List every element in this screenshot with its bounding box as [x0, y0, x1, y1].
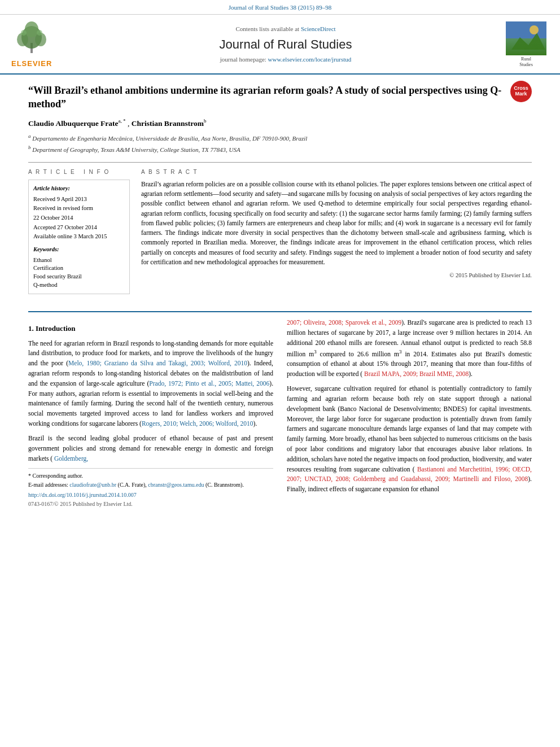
body-right-para2: However, sugarcane cultivation required … [287, 384, 532, 495]
journal-citation: Journal of Rural Studies 38 (2015) 89–98 [229, 4, 332, 11]
author1-sup: a, * [119, 118, 126, 124]
affil-a-sup: a [28, 133, 31, 139]
email2-name: (C. Brannstrom). [205, 482, 244, 488]
revised-date: 22 October 2014 [33, 214, 125, 222]
svg-point-5 [21, 30, 27, 36]
abstract-col: A B S T R A C T Brazil’s agrarian reform… [141, 168, 532, 300]
body-two-col: 1. Introduction The need for agrarian re… [28, 318, 532, 508]
journal-header: ELSEVIER Contents lists available at Sci… [0, 15, 560, 74]
accepted-line: Accepted 27 October 2014 [33, 224, 125, 232]
authors-line: Claudio Albuquerque Fratea, * , Christia… [28, 117, 532, 129]
homepage-link[interactable]: www.elsevier.com/locate/jrurstud [268, 56, 352, 63]
ref-rogers[interactable]: Rogers, 2010; Welch, 2006; Wolford, 2010 [142, 420, 253, 427]
body-content: 1. Introduction The need for agrarian re… [0, 311, 560, 508]
elsevier-logo: ELSEVIER [11, 20, 68, 68]
keywords-label: Keywords: [33, 246, 125, 254]
history-label: Article history: [33, 185, 125, 193]
rural-studies-image [506, 21, 546, 55]
author2-name: Christian Brannstrom [132, 119, 204, 128]
body-divider [28, 311, 532, 312]
email-label: E-mail addresses: [28, 482, 68, 488]
svg-point-6 [37, 30, 42, 36]
affil-b-text: Department of Geography, Texas A&M Unive… [32, 146, 240, 152]
author2-sup: b [204, 118, 207, 124]
ref-2007[interactable]: 2007; Oliveira, 2008; Sparovek et al., 2… [287, 319, 401, 326]
keyword-3: Food security Brazil [33, 273, 125, 281]
intro-number: 1. [28, 324, 34, 333]
article-info-col: A R T I C L E I N F O Article history: R… [28, 168, 130, 300]
body-left-para2: Brazil is the second leading global prod… [28, 434, 273, 464]
affiliations: a Departamento de Engenharia Mecânica, U… [28, 133, 532, 154]
issn-line: 0743-0167/© 2015 Published by Elsevier L… [28, 500, 273, 508]
header-divider [28, 162, 532, 163]
svg-point-10 [530, 25, 539, 34]
intro-label: Introduction [36, 324, 76, 333]
ref-bastianoni[interactable]: Bastianoni and Marchetitini, 1996; OECD,… [287, 466, 532, 483]
keywords-group: Keywords: Ethanol Certification Food sec… [33, 246, 125, 289]
info-abstract-cols: A R T I C L E I N F O Article history: R… [28, 168, 532, 300]
received-line: Received 9 April 2013 [33, 195, 125, 204]
footer-corresponding: * Corresponding author. [28, 472, 273, 480]
article-info-label: A R T I C L E I N F O [28, 168, 130, 176]
affiliation-b: b Department of Geography, Texas A&M Uni… [28, 144, 532, 154]
abstract-text: Brazil’s agrarian reform policies are on… [141, 180, 532, 267]
journal-homepage: journal homepage: www.elsevier.com/locat… [68, 55, 504, 64]
article-content: CrossMark “Will Brazil’s ethanol ambitio… [0, 75, 560, 306]
copyright-line: © 2015 Published by Elsevier Ltd. [141, 272, 532, 280]
svg-point-4 [25, 21, 38, 37]
crossmark-badge[interactable]: CrossMark [510, 81, 532, 102]
keyword-4: Q-method [33, 281, 125, 290]
footer-email-line: E-mail addresses: claudiofrate@unb.br (C… [28, 481, 273, 489]
elsevier-text: ELSEVIER [11, 59, 68, 69]
author1-name: Claudio Albuquerque Frate [28, 119, 119, 128]
available-line: Available online 3 March 2015 [33, 233, 125, 241]
svg-rect-7 [506, 21, 546, 55]
keyword-2: Certification [33, 264, 125, 273]
body-left-col: 1. Introduction The need for agrarian re… [28, 318, 273, 508]
journal-title-header: Journal of Rural Studies [68, 36, 504, 54]
sciencedirect-link[interactable]: ScienceDirect [301, 25, 336, 32]
article-info-box: Article history: Received 9 April 2013 R… [28, 180, 130, 295]
email1-name: (C.A. Frate), [118, 482, 147, 488]
crossmark-icon: CrossMark [510, 81, 532, 102]
body-left-para1: The need for agrarian reform in Brazil r… [28, 339, 273, 429]
body-right-col: 2007; Oliveira, 2008; Sparovek et al., 2… [287, 318, 532, 508]
journal-citation-bar: Journal of Rural Studies 38 (2015) 89–98 [0, 0, 560, 15]
journal-center: Contents lists available at ScienceDirec… [68, 25, 504, 64]
ref-prado[interactable]: Prado, 1972; Pinto et al., 2005; Mattei,… [149, 380, 269, 387]
author-separator: , [128, 119, 132, 128]
affiliation-a: a Departamento de Engenharia Mecânica, U… [28, 133, 532, 143]
doi-link[interactable]: http://dx.doi.org/10.1016/j.jrurstud.201… [28, 491, 273, 499]
affil-b-sup: b [28, 145, 31, 150]
abstract-label: A B S T R A C T [141, 168, 532, 176]
footer-notes: * Corresponding author. E-mail addresses… [28, 468, 273, 508]
keyword-1: Ethanol [33, 256, 125, 265]
email2-link[interactable]: cbranstr@geos.tamu.edu [148, 482, 204, 488]
article-title: “Will Brazil’s ethanol ambitions undermi… [28, 84, 532, 111]
sciencedirect-line: Contents lists available at ScienceDirec… [68, 25, 504, 33]
email1-link[interactable]: claudiofrate@unb.br [69, 482, 116, 488]
abstract-paragraph: Brazil’s agrarian reform policies are on… [141, 180, 532, 267]
revised-label: Received in revised form [33, 204, 125, 213]
intro-heading: 1. Introduction [28, 324, 273, 334]
ref-goldemberg[interactable]: Goldemberg, [54, 455, 88, 462]
body-right-para1: 2007; Oliveira, 2008; Sparovek et al., 2… [287, 318, 532, 379]
ref-brazil-mapa[interactable]: Brazil MAPA, 2009; Brazil MME, 2008 [364, 370, 469, 377]
ref-melo[interactable]: Melo, 1980; Graziano da Silva and Takagi… [68, 360, 247, 366]
affil-a-text: Departamento de Engenharia Mecânica, Uni… [32, 134, 307, 141]
rural-studies-label: RuralStudies [519, 56, 533, 67]
svg-rect-8 [506, 38, 546, 55]
rural-studies-thumbnail: RuralStudies [504, 21, 549, 67]
